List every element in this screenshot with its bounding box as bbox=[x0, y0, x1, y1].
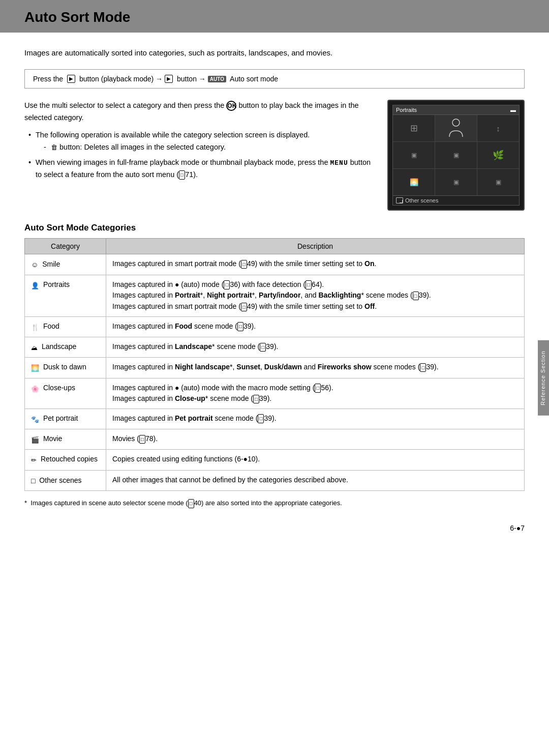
cam-other-scenes-label: Other scenes bbox=[405, 197, 438, 203]
cam-cell-3: ↕ bbox=[477, 115, 519, 141]
camera-grid: ⊞ ↕ ▣ bbox=[393, 114, 519, 195]
category-landscape: Landscape bbox=[25, 337, 106, 358]
cam-cell-8: ▣ bbox=[435, 169, 477, 195]
instruction-middle2: button → bbox=[175, 75, 206, 83]
smile-icon bbox=[31, 258, 38, 271]
table-row: Portraits Images captured in ● (auto) mo… bbox=[25, 275, 525, 316]
page-header: Auto Sort Mode bbox=[0, 0, 549, 33]
main-content: Images are automatically sorted into cat… bbox=[0, 47, 549, 509]
cam-cell-7: 🌅 bbox=[393, 169, 435, 195]
col-header-category: Category bbox=[25, 239, 106, 254]
pet-label: Pet portrait bbox=[43, 414, 78, 422]
categories-table: Category Description Smile Images captur… bbox=[24, 238, 525, 491]
dusk-description: Images captured in Night landscape*, Sun… bbox=[106, 358, 525, 378]
table-row: Pet portrait Images captured in Pet port… bbox=[25, 409, 525, 429]
movie-label: Movie bbox=[43, 434, 62, 443]
ok-button-icon: OK bbox=[226, 101, 236, 111]
play-button-icon-2: ▶ bbox=[165, 75, 173, 83]
instruction-middle: button (playback mode) → bbox=[77, 75, 163, 83]
camera-screen: Portraits ▬ ⊞ bbox=[392, 105, 520, 206]
food-icon bbox=[31, 321, 39, 333]
category-portraits: Portraits bbox=[25, 275, 106, 316]
closeups-label: Close-ups bbox=[43, 384, 75, 392]
table-row: Smile Images captured in smart portrait … bbox=[25, 254, 525, 275]
category-other-scenes: Other scenes bbox=[25, 470, 106, 491]
table-row: Food Images captured in Food scene mode … bbox=[25, 316, 525, 337]
sub-list: 🗑 button: Deletes all images in the sele… bbox=[44, 141, 377, 154]
ref-f39: □ bbox=[237, 322, 243, 331]
ref-c56: □ bbox=[315, 384, 321, 393]
smile-description: Images captured in smart portrait mode (… bbox=[106, 254, 525, 275]
other-scenes-box-icon bbox=[396, 197, 403, 203]
instruction-box: Press the ▶ button (playback mode) → ▶ b… bbox=[24, 69, 525, 89]
cam-battery-icon: ▬ bbox=[510, 107, 516, 113]
dusk-label: Dusk to dawn bbox=[43, 363, 86, 371]
category-retouched: Retouched copies bbox=[25, 450, 106, 470]
bullet-item-2: When viewing images in full-frame playba… bbox=[28, 157, 377, 181]
categories-section: Auto Sort Mode Categories Category Descr… bbox=[24, 223, 525, 491]
category-pet: Pet portrait bbox=[25, 409, 106, 429]
category-food: Food bbox=[25, 316, 106, 337]
page-title: Auto Sort Mode bbox=[24, 9, 525, 25]
table-row: Landscape Images captured in Landscape* … bbox=[25, 337, 525, 358]
other-scenes-icon bbox=[31, 475, 35, 487]
pet-icon bbox=[31, 413, 39, 425]
middle-section: Use the multi selector to select a categ… bbox=[24, 100, 525, 211]
movie-description: Movies (□78). bbox=[106, 429, 525, 450]
footnote: * Images captured in scene auto selector… bbox=[24, 498, 525, 509]
ref-d39: □ bbox=[420, 363, 426, 372]
section-title: Auto Sort Mode Categories bbox=[24, 223, 525, 233]
table-header: Category Description bbox=[25, 239, 525, 254]
menu-label: MENU bbox=[330, 159, 348, 167]
retouched-label: Retouched copies bbox=[41, 455, 98, 463]
closeups-description: Images captured in ● (auto) mode with th… bbox=[106, 378, 525, 409]
cam-cell-5: ▣ bbox=[435, 142, 477, 168]
svg-point-0 bbox=[452, 119, 460, 126]
retouched-description: Copies created using editing functions (… bbox=[106, 450, 525, 470]
smile-label: Smile bbox=[42, 260, 60, 268]
landscape-icon bbox=[31, 341, 38, 353]
auto-icon: AUTO bbox=[208, 76, 226, 82]
cam-cell-6: 🌿 bbox=[477, 142, 519, 168]
portraits-label: Portraits bbox=[43, 280, 70, 288]
ref-sm49: □ bbox=[241, 260, 247, 269]
retouched-icon bbox=[31, 454, 37, 466]
other-scenes-label: Other scenes bbox=[39, 476, 81, 484]
food-label: Food bbox=[43, 322, 59, 330]
ref-l39: □ bbox=[260, 343, 266, 352]
pet-description: Images captured in Pet portrait scene mo… bbox=[106, 409, 525, 429]
cam-portraits-label: Portraits bbox=[396, 107, 417, 113]
bullet-list: The following operation is available whi… bbox=[28, 129, 377, 181]
table-row: Retouched copies Copies created using ed… bbox=[25, 450, 525, 470]
movie-icon bbox=[31, 433, 39, 445]
dusk-icon bbox=[31, 362, 39, 373]
ref-p49: □ bbox=[241, 303, 247, 312]
ref-pet39: □ bbox=[258, 414, 264, 423]
portraits-description: Images captured in ● (auto) mode (□36) w… bbox=[106, 275, 525, 316]
reference-tab: Reference Section bbox=[538, 340, 549, 416]
instruction-suffix: Auto sort mode bbox=[228, 75, 278, 83]
sub-item-1: 🗑 button: Deletes all images in the sele… bbox=[44, 141, 377, 154]
ref-p64: □ bbox=[306, 280, 312, 289]
instruction-prefix: Press the bbox=[33, 75, 65, 83]
landscape-label: Landscape bbox=[42, 342, 77, 351]
category-smile: Smile bbox=[25, 254, 106, 275]
usage-text: Use the multi selector to select a categ… bbox=[24, 100, 377, 211]
bullet-item-1: The following operation is available whi… bbox=[28, 129, 377, 154]
cam-cell-4: ▣ bbox=[393, 142, 435, 168]
cam-cell-9: ▣ bbox=[477, 169, 519, 195]
camera-bottom-bar: Other scenes bbox=[393, 195, 519, 205]
table-body: Smile Images captured in smart portrait … bbox=[25, 254, 525, 491]
cam-cell-portrait bbox=[435, 115, 477, 141]
ref-p36: □ bbox=[224, 280, 230, 289]
camera-ui: Portraits ▬ ⊞ bbox=[387, 100, 525, 211]
table-row: Other scenes All other images that canno… bbox=[25, 470, 525, 491]
category-movie: Movie bbox=[25, 429, 106, 450]
ref-p39: □ bbox=[413, 292, 419, 301]
col-header-description: Description bbox=[106, 239, 525, 254]
page-footer: 6-●7 bbox=[0, 524, 549, 542]
ref-c39: □ bbox=[253, 395, 259, 404]
other-scenes-description: All other images that cannot be defined … bbox=[106, 470, 525, 491]
portrait-sketch-svg bbox=[447, 118, 465, 139]
page-number: 6-●7 bbox=[510, 524, 525, 532]
